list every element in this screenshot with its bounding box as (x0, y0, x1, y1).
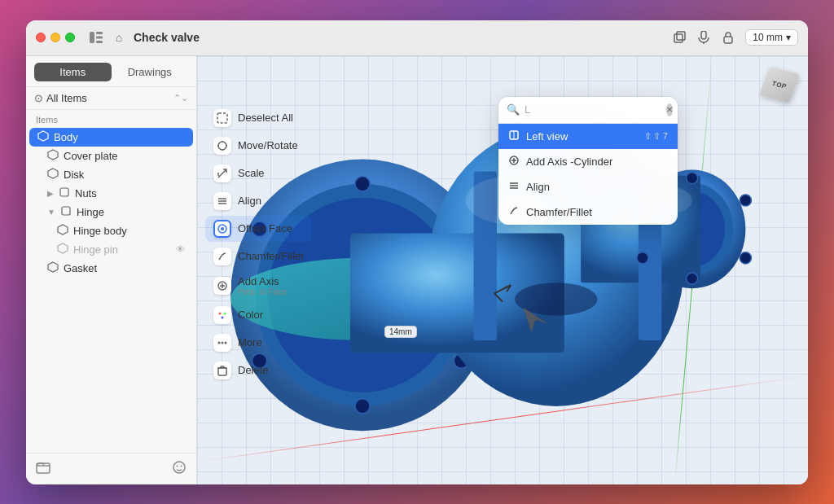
left-view-icon (508, 129, 520, 143)
toolbar-delete[interactable]: Delete (205, 357, 312, 383)
mic-icon[interactable] (696, 30, 711, 45)
toolbar-offset-face[interactable]: Offset Face (205, 216, 312, 242)
svg-point-68 (224, 312, 226, 314)
dropdown-search-icon: 🔍 (507, 103, 520, 116)
tree-items: Body Cover plate Disk (26, 126, 196, 453)
add-axis-cylinder-icon (508, 155, 520, 169)
svg-rect-73 (218, 368, 226, 375)
minimize-button[interactable] (50, 33, 60, 42)
offset-face-icon (213, 220, 231, 238)
toolbar-align[interactable]: Align (205, 188, 312, 214)
home-icon[interactable]: ⌂ (111, 29, 127, 46)
svg-point-39 (740, 194, 751, 205)
dropdown-chamfer-icon (508, 205, 520, 219)
toolbar-chamfer-fillet[interactable]: Chamfer/Fillet (205, 243, 312, 270)
dropdown-search-input[interactable] (525, 103, 661, 116)
sidebar-section-label: Items (26, 110, 196, 126)
unit-value: 10 mm (753, 32, 783, 43)
cover-plate-icon (47, 149, 59, 163)
hinge-body-icon (57, 224, 68, 238)
body-label: Body (54, 131, 185, 143)
disk-icon (47, 168, 59, 182)
add-axis-cylinder-label: Add Axis -Cylinder (526, 156, 668, 168)
all-items-icon: ⊙ (34, 92, 43, 104)
hinge-body-label: Hinge body (73, 225, 185, 237)
toolbar-more[interactable]: More (205, 330, 312, 356)
svg-rect-3 (96, 41, 103, 43)
toolbar-deselect-all[interactable]: Deselect All (205, 105, 312, 131)
dropdown-clear-button[interactable]: ✕ (666, 103, 673, 116)
svg-rect-0 (90, 32, 94, 43)
sidebar: Items Drawings ⊙ All Items ⌃⌄ Items Body (26, 56, 197, 484)
dropdown-chamfer-label: Chamfer/Fillet (526, 206, 668, 218)
sidebar-toggle-icon[interactable] (88, 29, 104, 46)
chamfer-fillet-icon (213, 248, 231, 265)
cover-plate-label: Cover plate (64, 150, 185, 162)
app-window: ⌂ Check valve (26, 20, 808, 484)
all-items-row[interactable]: ⊙ All Items ⌃⌄ (26, 87, 196, 110)
viewport: 14mm Deselect All Move/Rotate (197, 56, 808, 484)
more-icon (213, 334, 231, 352)
svg-point-41 (687, 273, 698, 284)
traffic-lights (36, 33, 75, 42)
svg-rect-6 (701, 31, 706, 39)
hinge-pin-label: Hinge pin (73, 243, 171, 256)
svg-rect-9 (60, 188, 68, 196)
titlebar-actions: 10 mm ▾ (672, 29, 798, 46)
eye-icon: 👁 (176, 244, 185, 254)
svg-rect-8 (724, 37, 732, 43)
nav-cube[interactable]: TOP (759, 64, 800, 105)
tree-item-cover-plate[interactable]: Cover plate (29, 147, 193, 165)
offset-face-label: Offset Face (238, 222, 292, 234)
tree-item-body[interactable]: Body (29, 128, 193, 147)
svg-point-69 (222, 316, 224, 318)
dropdown-item-left-view[interactable]: Left view ⇧⇧ 7 (498, 124, 678, 149)
lock-icon[interactable] (721, 30, 735, 45)
gasket-label: Gasket (64, 262, 185, 274)
tab-drawings[interactable]: Drawings (112, 63, 189, 81)
svg-point-43 (637, 252, 648, 263)
dimension-value: 14mm (389, 327, 412, 336)
unit-selector[interactable]: 10 mm ▾ (745, 29, 798, 46)
add-folder-icon[interactable] (36, 460, 50, 478)
dropdown-item-align[interactable]: Align (498, 174, 678, 199)
toolbar-color[interactable]: Color (205, 302, 312, 328)
dropdown-item-add-axis-cylinder[interactable]: Add Axis -Cylinder (498, 149, 678, 174)
svg-point-72 (225, 341, 227, 344)
tree-item-nuts[interactable]: ▶ Nuts (29, 184, 193, 203)
left-view-label: Left view (526, 130, 638, 142)
smiley-icon[interactable] (172, 460, 187, 478)
svg-point-62 (221, 227, 224, 230)
toolbar-add-axis[interactable]: Add Axis Perp. to Face (205, 271, 312, 300)
maximize-button[interactable] (65, 33, 75, 42)
tree-item-disk[interactable]: Disk (29, 165, 193, 184)
cube-icon[interactable] (672, 30, 687, 45)
tree-item-hinge-pin[interactable]: Hinge pin 👁 (29, 240, 193, 259)
svg-point-38 (687, 172, 698, 183)
tree-item-gasket[interactable]: Gasket (29, 259, 193, 278)
deselect-all-icon (213, 109, 231, 127)
tree-item-hinge-body[interactable]: Hinge body (29, 221, 193, 240)
tab-items[interactable]: Items (34, 63, 112, 81)
all-items-label: All Items (46, 92, 170, 104)
dropdown-popup: 🔍 ✕ Left view ⇧⇧ 7 (498, 97, 678, 225)
add-axis-label-group: Add Axis Perp. to Face (238, 275, 287, 296)
svg-point-40 (740, 252, 751, 263)
svg-point-13 (177, 465, 178, 467)
svg-point-14 (181, 465, 182, 467)
delete-label: Delete (238, 364, 269, 376)
left-view-shortcut: ⇧⇧ 7 (644, 131, 668, 142)
hinge-chevron: ▼ (47, 208, 55, 217)
close-button[interactable] (36, 33, 46, 42)
svg-rect-4 (674, 34, 683, 42)
svg-point-19 (355, 176, 370, 191)
toolbar-scale[interactable]: Scale (205, 160, 312, 186)
toolbar-move-rotate[interactable]: Move/Rotate (205, 133, 312, 159)
delete-icon (213, 362, 231, 379)
tree-item-hinge[interactable]: ▼ Hinge (29, 203, 193, 221)
add-axis-sub: Perp. to Face (238, 287, 287, 296)
context-toolbar: Deselect All Move/Rotate Scale (205, 105, 312, 383)
add-axis-label: Add Axis (238, 275, 287, 287)
dropdown-item-chamfer-fillet[interactable]: Chamfer/Fillet (498, 199, 678, 225)
sidebar-tabs: Items Drawings (26, 56, 196, 87)
